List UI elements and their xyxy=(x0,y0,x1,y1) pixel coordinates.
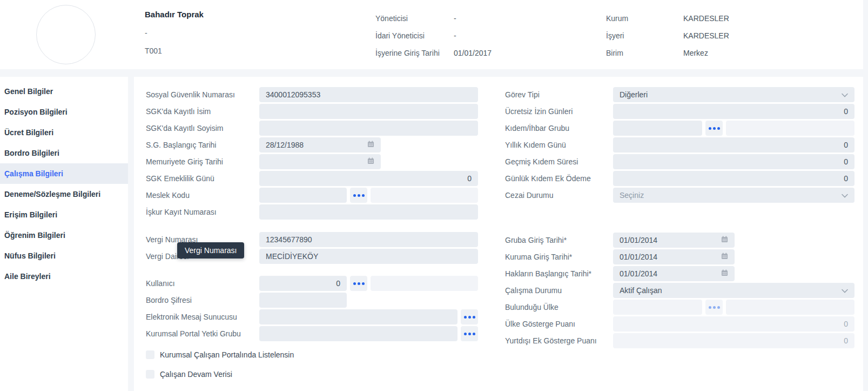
sidebar-item-ucret-bilgileri[interactable]: Ücret Bilgileri xyxy=(0,122,128,143)
sgk-emeklilik-input[interactable]: 0 xyxy=(259,171,478,186)
field-label: Bordro Şifresi xyxy=(146,296,259,304)
employee-name: Bahadır Toprak xyxy=(145,10,204,19)
field-label: Gruba Giriş Tarihi* xyxy=(505,236,613,244)
yillik-kidem-input[interactable]: 0 xyxy=(613,137,854,153)
vergi-dairesi-input[interactable]: MECİDİYEKÖY xyxy=(259,249,478,264)
calendar-icon xyxy=(367,141,374,149)
bulundugu-ulke-lookup-button[interactable] xyxy=(705,300,723,315)
form-row: SGK'da Kayıtlı İsim xyxy=(146,104,478,119)
form-row: Çalışan Devam Verisi xyxy=(146,367,478,382)
sgk-isim-input[interactable] xyxy=(259,104,478,119)
bulundugu-ulke-description-field[interactable] xyxy=(726,300,854,315)
field-label: Elektronik Mesaj Sunucusu xyxy=(146,313,259,321)
kullanici-description-field[interactable] xyxy=(371,276,478,291)
memuriyet-date-input[interactable] xyxy=(259,154,381,169)
field-label: SGK'da Kayıtlı Soyisim xyxy=(146,124,259,132)
form-row: S.G. Başlangıç Tarihi 28/12/1988 xyxy=(146,137,478,153)
calendar-icon xyxy=(721,253,728,261)
checkbox-label: Çalışan Devam Verisi xyxy=(160,370,232,379)
elektronik-mesaj-input[interactable] xyxy=(259,309,457,324)
kullanici-lookup-button[interactable] xyxy=(350,276,367,291)
gorev-tipi-select[interactable]: Diğerleri xyxy=(613,87,854,102)
cezai-durumu-select[interactable]: Seçiniz xyxy=(613,188,854,203)
sg-baslangic-date-input[interactable]: 28/12/1988 xyxy=(259,137,381,153)
iskur-input[interactable] xyxy=(259,204,478,220)
form-row: Memuriyete Giriş Tarihi xyxy=(146,154,478,169)
sidebar-item-nufus-bilgileri[interactable]: Nüfus Bilgileri xyxy=(0,246,128,266)
kullanici-input[interactable]: 0 xyxy=(259,276,347,291)
sidebar-item-deneme-sozlesme-bilgileri[interactable]: Deneme/Sözleşme Bilgileri xyxy=(0,184,128,204)
field-label: Kurumsal Portal Yetki Grubu xyxy=(146,329,259,338)
sidebar-item-pozisyon-bilgileri[interactable]: Pozisyon Bilgileri xyxy=(0,102,128,122)
bordro-sifresi-input[interactable] xyxy=(259,293,347,308)
info-row: İşyeri KARDESLER xyxy=(606,27,729,44)
checkbox-label: Kurumsal Çalışan Portalında Listelensin xyxy=(160,350,294,359)
form-row: SGK'da Kayıtlı Soyisim xyxy=(146,121,478,136)
meslek-kodu-input[interactable] xyxy=(259,188,347,203)
field-label: Memuriyete Giriş Tarihi xyxy=(146,157,259,166)
avatar xyxy=(36,5,96,64)
form-row: Sosyal Güvenlik Numarası 3400012095353 xyxy=(146,87,478,102)
elektronik-mesaj-lookup-button[interactable] xyxy=(461,309,478,324)
calisma-durumu-select[interactable]: Aktif Çalışan xyxy=(613,283,854,298)
gecmis-kidem-input[interactable]: 0 xyxy=(613,154,854,169)
vergi-numarasi-input[interactable]: 12345677890 xyxy=(259,232,478,247)
ucretsiz-izin-input[interactable]: 0 xyxy=(613,104,854,119)
field-label: Kuruma Giriş Tarihi* xyxy=(505,253,613,261)
form-row: Elektronik Mesaj Sunucusu xyxy=(146,309,478,324)
tooltip-text: Vergi Numarası xyxy=(185,246,237,255)
info-label: Birim xyxy=(606,49,683,57)
form-row: Yurtdışı Ek Gösterge Puanı 0 xyxy=(505,333,854,348)
header-info-right: Kurum KARDESLER İşyeri KARDESLER Birim M… xyxy=(606,10,729,62)
gunluk-kidem-input[interactable]: 0 xyxy=(613,171,854,186)
sgk-soyisim-input[interactable] xyxy=(259,121,478,136)
sidebar-item-bordro-bilgileri[interactable]: Bordro Bilgileri xyxy=(0,143,128,163)
chevron-down-icon xyxy=(842,191,848,200)
sidebar: Genel Bilgiler Pozisyon Bilgileri Ücret … xyxy=(0,77,128,391)
info-row: Kurum KARDESLER xyxy=(606,10,729,27)
form-row: Ücretsiz İzin Günleri 0 xyxy=(505,104,854,119)
form-row: Geçmiş Kıdem Süresi 0 xyxy=(505,154,854,169)
info-label: İdari Yöneticisi xyxy=(375,31,454,40)
info-value: - xyxy=(454,14,456,23)
field-label: SGK'da Kayıtlı İsim xyxy=(146,107,259,116)
sidebar-item-calisma-bilgileri[interactable]: Çalışma Bilgileri xyxy=(0,163,128,184)
meslek-kodu-description-field[interactable] xyxy=(371,188,478,203)
kidem-grubu-lookup-button[interactable] xyxy=(705,121,723,136)
form-row: Yıllık Kıdem Günü 0 xyxy=(505,137,854,153)
sidebar-item-ogrenim-bilgileri[interactable]: Öğrenim Bilgileri xyxy=(0,225,128,246)
bulundugu-ulke-input[interactable] xyxy=(613,300,702,315)
form-row: Meslek Kodu xyxy=(146,188,478,203)
ellipsis-icon xyxy=(353,282,365,285)
field-label: Bulunduğu Ülke xyxy=(505,303,613,312)
kidem-grubu-input[interactable] xyxy=(613,121,702,136)
sosyal-guvenlik-input[interactable]: 3400012095353 xyxy=(259,87,478,102)
kuruma-giris-date-input[interactable]: 01/01/2014 xyxy=(613,249,735,264)
form-row: Günlük Kıdem Ek Ödeme 0 xyxy=(505,171,854,186)
form-column-right: Görev Tipi Diğerleri Ücretsiz İzin Günle… xyxy=(505,87,854,350)
field-label: Sosyal Güvenlik Numarası xyxy=(146,90,259,99)
employee-code: T001 xyxy=(145,47,204,55)
portal-yetki-input[interactable] xyxy=(259,326,457,341)
info-row: İdari Yöneticisi - xyxy=(375,27,492,44)
form-row: SGK Emeklilik Günü 0 xyxy=(146,171,478,186)
form-row: Kıdem/İhbar Grubu xyxy=(505,121,854,136)
kidem-grubu-description-field[interactable] xyxy=(726,121,854,136)
form-row: Kurumsal Portal Yetki Grubu xyxy=(146,326,478,341)
sidebar-item-aile-bireyleri[interactable]: Aile Bireyleri xyxy=(0,266,128,287)
portal-yetki-lookup-button[interactable] xyxy=(461,326,478,341)
info-row: Yöneticisi - xyxy=(375,10,492,27)
employee-subtitle: - xyxy=(145,29,204,37)
yurtdisi-gosterge-input: 0 xyxy=(613,333,854,348)
sidebar-item-erisim-bilgileri[interactable]: Erişim Bilgileri xyxy=(0,204,128,225)
gruba-giris-date-input[interactable]: 01/01/2014 xyxy=(613,233,735,248)
field-label: Ücretsiz İzin Günleri xyxy=(505,107,613,116)
haklar-baslangic-date-input[interactable]: 01/01/2014 xyxy=(613,266,735,281)
field-label: S.G. Başlangıç Tarihi xyxy=(146,141,259,149)
calisan-devam-verisi-checkbox[interactable] xyxy=(146,370,154,379)
info-value: - xyxy=(454,31,456,40)
meslek-kodu-lookup-button[interactable] xyxy=(350,188,367,203)
form-row: Kuruma Giriş Tarihi* 01/01/2014 xyxy=(505,249,854,264)
sidebar-item-genel-bilgiler[interactable]: Genel Bilgiler xyxy=(0,81,128,102)
portal-listelensin-checkbox[interactable] xyxy=(146,350,154,359)
